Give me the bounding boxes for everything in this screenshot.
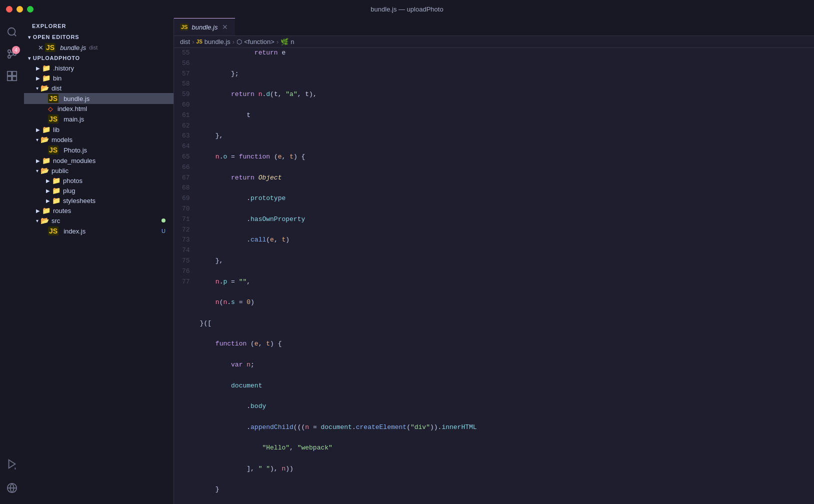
tab-filename: bundle.js <box>192 24 218 31</box>
extensions-icon[interactable] <box>2 66 22 86</box>
open-editors-section[interactable]: ▾ OPEN EDITORS <box>24 32 174 42</box>
sidebar-header: EXPLORER <box>24 18 174 32</box>
sidebar-item-photos[interactable]: ▶ 📁 photos <box>24 176 174 186</box>
folder-chevron: ▶ <box>36 66 40 71</box>
sidebar-item-bundle-js[interactable]: JS bundle.js <box>24 93 174 104</box>
folder-chevron: ▶ <box>36 127 40 132</box>
line-numbers: 55 56 57 58 59 60 61 62 63 64 65 66 67 6… <box>174 48 196 504</box>
project-chevron: ▾ <box>28 56 31 61</box>
svg-rect-9 <box>12 72 16 76</box>
folder-open-icon: 📂 <box>40 166 49 174</box>
sidebar-item-src-index-js[interactable]: JS index.js U <box>24 226 174 236</box>
sidebar-item-bin[interactable]: ▶ 📁 bin <box>24 73 174 83</box>
tab-js-icon: JS <box>180 24 188 30</box>
folder-name: node_modules <box>53 157 96 164</box>
js-file-icon: JS <box>48 94 58 103</box>
svg-rect-10 <box>8 76 12 80</box>
file-name: bundle.js <box>64 95 90 102</box>
sidebar-item-stylesheets[interactable]: ▶ 📁 stylesheets <box>24 196 174 206</box>
folder-chevron: ▾ <box>36 218 38 224</box>
js-file-icon: JS <box>48 146 58 154</box>
folder-open-icon: 📂 <box>40 84 49 92</box>
maximize-button[interactable] <box>27 6 34 12</box>
sidebar-item-models[interactable]: ▾ 📂 models <box>24 134 174 144</box>
breadcrumb-dist[interactable]: dist <box>180 38 190 46</box>
sidebar-item-public[interactable]: ▾ 📂 public <box>24 166 174 176</box>
file-name: index.html <box>58 105 87 112</box>
tab-bundle-js[interactable]: JS bundle.js ✕ <box>174 18 235 36</box>
code-editor[interactable]: 55 56 57 58 59 60 61 62 63 64 65 66 67 6… <box>174 48 814 504</box>
open-editor-bundle-js[interactable]: ✕ JS bundle.js dist <box>24 42 174 53</box>
folder-icon: 📁 <box>52 186 60 194</box>
untracked-indicator: U <box>162 228 166 234</box>
svg-rect-11 <box>12 76 16 80</box>
source-control-badge: 4 <box>12 46 20 54</box>
close-icon[interactable]: ✕ <box>38 44 44 52</box>
folder-name: lib <box>53 126 60 134</box>
folder-name: bin <box>53 74 62 82</box>
sidebar-item-src[interactable]: ▾ 📂 src <box>24 216 174 226</box>
svg-line-1 <box>14 34 16 36</box>
breadcrumb-function[interactable]: <function> <box>244 38 274 46</box>
title-bar: bundle.js — uploadPhoto <box>0 0 814 18</box>
activity-bar: 4 <box>0 18 24 504</box>
breadcrumb-box-icon: ⬡ <box>236 38 242 46</box>
folder-icon: 📁 <box>42 156 50 164</box>
tab-close-icon[interactable]: ✕ <box>221 22 229 32</box>
breadcrumb-js-icon-inline: JS <box>196 39 202 44</box>
folder-name: public <box>52 167 68 174</box>
sidebar-item-lib[interactable]: ▶ 📁 lib <box>24 124 174 134</box>
window-controls <box>6 6 34 12</box>
js-file-icon: JS <box>48 226 58 236</box>
modified-indicator <box>162 218 166 222</box>
open-editor-filename: bundle.js <box>60 44 86 52</box>
breadcrumb: dist › JS bundle.js › ⬡ <function> › 🌿 n <box>174 36 814 48</box>
breadcrumb-sep-3: › <box>276 38 278 46</box>
folder-icon: 📁 <box>52 176 60 184</box>
folder-chevron: ▾ <box>36 168 38 174</box>
folder-chevron: ▶ <box>46 178 50 184</box>
js-file-icon: JS <box>45 43 56 52</box>
remote-icon[interactable] <box>2 478 22 498</box>
sidebar-item-main-js[interactable]: JS main.js <box>24 114 174 124</box>
breadcrumb-bundle-js[interactable]: bundle.js <box>204 38 230 46</box>
folder-icon: 📁 <box>42 206 50 214</box>
sidebar-item-photo-js[interactable]: JS Photo.js <box>24 144 174 156</box>
file-name: Photo.js <box>64 146 87 154</box>
breadcrumb-sep-2: › <box>232 38 234 46</box>
breadcrumb-tree-icon: 🌿 <box>280 38 288 46</box>
project-section[interactable]: ▾ UPLOADPHOTO <box>24 53 174 63</box>
sidebar-item-history[interactable]: ▶ 📁 .history <box>24 63 174 73</box>
folder-name: routes <box>53 207 71 214</box>
run-debug-icon[interactable] <box>2 454 22 474</box>
minimize-button[interactable] <box>16 6 23 12</box>
open-editor-location: dist <box>89 44 98 50</box>
folder-icon: 📁 <box>52 196 60 204</box>
code-content[interactable]: return e }; return n.d(t, "a", t), t }, … <box>196 48 814 504</box>
close-button[interactable] <box>6 6 12 12</box>
breadcrumb-n[interactable]: n <box>290 38 294 46</box>
project-name: UPLOADPHOTO <box>33 55 80 61</box>
file-name: index.js <box>64 228 86 235</box>
folder-name: photos <box>63 177 82 184</box>
folder-name: dist <box>52 84 62 92</box>
sidebar-item-index-html[interactable]: ◇ index.html <box>24 104 174 114</box>
folder-chevron: ▾ <box>36 137 38 142</box>
search-icon[interactable] <box>2 22 22 42</box>
sidebar-item-dist[interactable]: ▾ 📂 dist <box>24 83 174 93</box>
sidebar: EXPLORER ▾ OPEN EDITORS ✕ JS bundle.js d… <box>24 18 174 504</box>
folder-name: stylesheets <box>63 197 96 204</box>
sidebar-item-plug[interactable]: ▶ 📁 plug <box>24 186 174 196</box>
main-layout: 4 EXPLORER ▾ <box>0 18 814 504</box>
source-control-icon[interactable]: 4 <box>2 44 22 64</box>
open-editors-label: OPEN EDITORS <box>33 34 80 40</box>
svg-point-0 <box>8 28 16 36</box>
sidebar-item-node-modules[interactable]: ▶ 📁 node_modules <box>24 156 174 166</box>
window-title: bundle.js — uploadPhoto <box>370 6 443 13</box>
sidebar-item-routes[interactable]: ▶ 📁 routes <box>24 206 174 216</box>
folder-chevron: ▶ <box>36 158 40 164</box>
folder-name: plug <box>63 187 76 194</box>
svg-rect-8 <box>8 72 12 76</box>
folder-open-icon: 📂 <box>40 136 49 144</box>
folder-chevron: ▶ <box>46 188 50 194</box>
